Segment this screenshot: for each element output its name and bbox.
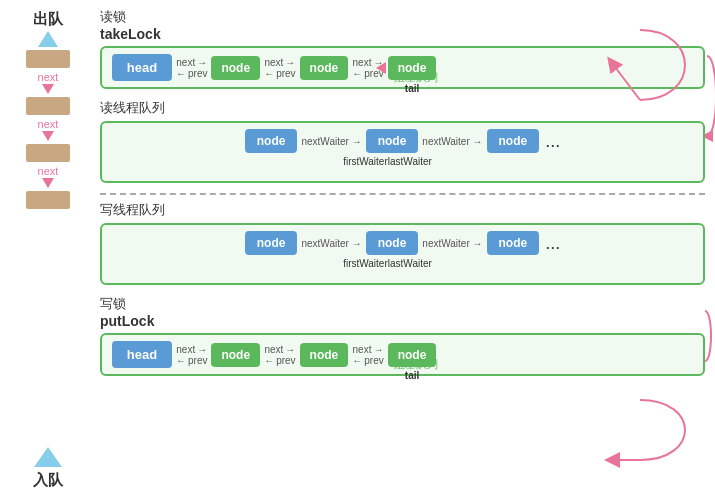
- enqueue-label: 入队: [33, 471, 63, 490]
- read-lock-node-2: node: [300, 56, 349, 80]
- write-first-waiter-label: firstWaiter: [343, 258, 388, 269]
- read-lock-subtitle: takeLock: [100, 26, 161, 42]
- last-waiter-label: lastWaiter: [388, 156, 462, 167]
- write-arrow-group-3: next → ← prev: [352, 344, 383, 366]
- write-last-waiter-label: lastWaiter: [388, 258, 462, 269]
- write-lock-node-2: node: [300, 343, 349, 367]
- read-thread-node-3: node: [487, 129, 540, 153]
- write-thread-node-1: node: [245, 231, 298, 255]
- write-thread-node-2: node: [366, 231, 419, 255]
- write-arrow-group-1: next → ← prev: [176, 344, 207, 366]
- read-thread-queue-title: 读线程队列: [100, 99, 705, 117]
- write-lock-section: 写锁 putLock head next → ← prev: [100, 295, 705, 376]
- next-label-3: next: [38, 165, 59, 177]
- write-lock-title: 写锁 putLock: [100, 295, 705, 329]
- main-content: 读锁 takeLock head next → ← prev: [100, 8, 705, 386]
- arrow-group-2: next → ← prev: [264, 57, 295, 79]
- write-lock-node-1: node: [211, 343, 260, 367]
- dequeue-arrow: [38, 31, 58, 47]
- next-waiter-2: nextWaiter →: [422, 136, 482, 147]
- enqueue-arrow: [34, 447, 62, 467]
- read-thread-node-1: node: [245, 129, 298, 153]
- queue-block-1: [26, 50, 70, 68]
- dotted-divider: [100, 193, 705, 195]
- next-waiter-1: nextWaiter →: [301, 136, 361, 147]
- read-lock-box: head next → ← prev node: [100, 46, 705, 89]
- read-thread-queue-section: 读线程队列 node nextWaiter → node nextWaiter …: [100, 99, 705, 183]
- queue-block-4: [26, 191, 70, 209]
- read-lock-section: 读锁 takeLock head next → ← prev: [100, 8, 705, 89]
- first-waiter-label: firstWaiter: [343, 156, 388, 167]
- write-lock-box: head next → ← prev node: [100, 333, 705, 376]
- read-thread-ellipsis: ...: [545, 131, 560, 152]
- next-label-2: next: [38, 118, 59, 130]
- read-lock-node-1: node: [211, 56, 260, 80]
- write-thread-queue-section: 写线程队列 node nextWaiter → node nextWaiter …: [100, 201, 705, 285]
- next-arrow-3: [42, 178, 54, 188]
- write-thread-queue-title: 写线程队列: [100, 201, 705, 219]
- dequeue-label: 出队: [33, 10, 63, 29]
- write-thread-waiter-labels: firstWaiter lastWaiter: [343, 258, 462, 269]
- read-thread-nodes-row: node nextWaiter → node nextWaiter → node…: [245, 129, 560, 153]
- left-queue: 出队 next next next 入队: [18, 10, 78, 490]
- read-lock-title: 读锁 takeLock: [100, 8, 705, 42]
- write-arrow-group-2: next → ← prev: [264, 344, 295, 366]
- write-blocking-label: 阻塞队列: [394, 357, 438, 372]
- queue-block-3: [26, 144, 70, 162]
- read-thread-waiter-labels: firstWaiter lastWaiter: [343, 156, 462, 167]
- write-lock-box-wrapper: head next → ← prev node: [100, 333, 705, 376]
- arrow-group-1: next → ← prev: [176, 57, 207, 79]
- next-label-1: next: [38, 71, 59, 83]
- write-thread-ellipsis: ...: [545, 233, 560, 254]
- next-arrow-1: [42, 84, 54, 94]
- read-lock-head-node: head: [112, 54, 172, 81]
- write-thread-node-3: node: [487, 231, 540, 255]
- write-next-waiter-2: nextWaiter →: [422, 238, 482, 249]
- read-thread-node-2: node: [366, 129, 419, 153]
- read-blocking-label: 阻塞队列: [394, 70, 438, 85]
- queue-block-2: [26, 97, 70, 115]
- read-thread-queue-box: node nextWaiter → node nextWaiter → node…: [100, 121, 705, 183]
- write-lock-pink-arrow: [695, 306, 715, 366]
- write-thread-queue-box: node nextWaiter → node nextWaiter → node…: [100, 223, 705, 285]
- write-lock-head-node: head: [112, 341, 172, 368]
- next-arrow-2: [42, 131, 54, 141]
- tail-red-arrow: [376, 62, 386, 74]
- write-next-waiter-1: nextWaiter →: [301, 238, 361, 249]
- write-thread-nodes-row: node nextWaiter → node nextWaiter → node…: [245, 231, 560, 255]
- write-lock-subtitle: putLock: [100, 313, 154, 329]
